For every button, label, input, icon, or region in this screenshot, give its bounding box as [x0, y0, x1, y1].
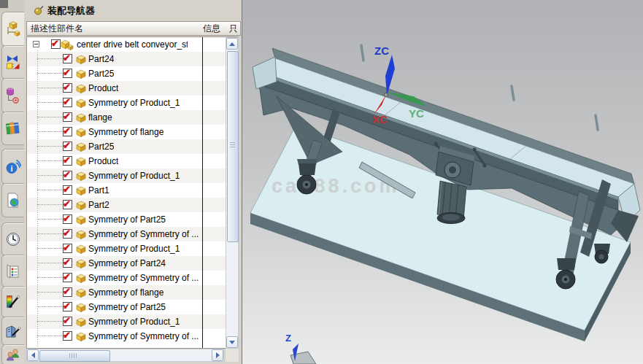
rainbow-wand-icon	[5, 294, 21, 310]
column-header-info[interactable]: 信息	[199, 21, 226, 36]
tab-palette[interactable]	[1, 255, 24, 287]
row-checkbox[interactable]	[63, 273, 72, 282]
horizontal-scroll-thumb[interactable]	[39, 350, 110, 362]
tree-root-row[interactable]: center drive belt conveyor_stp	[27, 37, 238, 52]
root-label[interactable]: center drive belt conveyor_stp	[77, 37, 188, 52]
row-label[interactable]: Product	[88, 154, 118, 169]
tab-reuse-library[interactable]	[1, 112, 24, 145]
html-document-icon	[6, 193, 20, 209]
row-label[interactable]: Part24	[88, 52, 114, 66]
tree-row[interactable]: Symmetry of Product_1	[27, 314, 238, 329]
tree-row[interactable]: Symmetry of flange	[27, 285, 238, 300]
row-checkbox[interactable]	[63, 185, 72, 195]
row-label[interactable]: Symmetry of Part24	[88, 256, 166, 271]
tree-row[interactable]: Part24	[27, 52, 238, 66]
tab-web-browser[interactable]: i	[1, 149, 24, 185]
row-checkbox[interactable]	[63, 171, 72, 180]
scroll-up-button[interactable]	[226, 38, 238, 50]
tree-row[interactable]: Symmetry of Symmetry of ...	[27, 271, 238, 285]
column-header-readonly[interactable]: 只	[226, 21, 241, 36]
tab-roles[interactable]	[1, 344, 24, 364]
tree-row[interactable]: Symmetry of Part24	[27, 256, 238, 271]
row-label[interactable]: Symmetry of Part25	[88, 300, 166, 314]
tab-visual-effects[interactable]	[1, 286, 24, 318]
row-checkbox[interactable]	[63, 69, 72, 78]
tree-row[interactable]: Symmetry of Part25	[27, 212, 238, 227]
scroll-down-button[interactable]	[226, 336, 238, 348]
row-checkbox[interactable]	[63, 112, 72, 122]
root-checkbox[interactable]	[51, 39, 61, 49]
part-cube-icon	[76, 258, 86, 271]
row-label[interactable]: Symmetry of flange	[88, 125, 163, 139]
row-checkbox[interactable]	[63, 258, 72, 268]
tree-row[interactable]: Symmetry of Product_1	[27, 241, 238, 256]
row-label[interactable]: Symmetry of Symmetry of ...	[88, 271, 199, 285]
row-label[interactable]: Part1	[88, 183, 109, 198]
row-label[interactable]: Symmetry of Product_1	[88, 96, 180, 110]
row-checkbox[interactable]	[63, 98, 72, 107]
row-label[interactable]: Symmetry of Product_1	[88, 169, 180, 183]
row-label[interactable]: Product	[88, 81, 118, 96]
tree-row[interactable]: Symmetry of Symmetry of ...	[27, 227, 238, 241]
scroll-left-button[interactable]	[27, 349, 39, 361]
tree-row[interactable]: Symmetry of Symmetry of ...	[27, 329, 238, 344]
row-label[interactable]: flange	[88, 110, 112, 125]
row-checkbox[interactable]	[63, 302, 72, 311]
row-label[interactable]: Part2	[88, 198, 109, 212]
wcs-origin[interactable]	[385, 93, 388, 97]
part-cube-icon	[76, 214, 86, 228]
graphics-viewport[interactable]: cad88.com	[242, 0, 643, 364]
row-label[interactable]: Symmetry of Part25	[88, 212, 166, 227]
row-checkbox[interactable]	[63, 127, 72, 136]
tree-row[interactable]: Part25	[27, 139, 238, 154]
tree-row[interactable]: Symmetry of flange	[27, 125, 238, 139]
row-label[interactable]: Symmetry of flange	[88, 285, 163, 300]
row-checkbox[interactable]	[63, 287, 72, 297]
column-header-name[interactable]: 描述性部件名	[26, 21, 200, 36]
row-checkbox[interactable]	[63, 83, 72, 93]
row-label[interactable]: Part25	[88, 66, 114, 81]
tab-scene-effects[interactable]	[1, 317, 24, 346]
row-checkbox[interactable]	[63, 156, 72, 166]
row-label[interactable]: Part25	[88, 139, 114, 154]
part-cube-icon	[76, 229, 86, 242]
row-checkbox[interactable]	[63, 317, 72, 326]
row-checkbox[interactable]	[63, 229, 72, 239]
tree-row[interactable]: Product	[27, 81, 238, 96]
panel-title-bar: 装配导航器	[24, 0, 242, 20]
row-label[interactable]: Symmetry of Product_1	[88, 314, 180, 329]
collapse-icon[interactable]	[33, 41, 39, 47]
row-checkbox[interactable]	[63, 214, 72, 224]
tree-row[interactable]: Symmetry of Part25	[27, 300, 238, 314]
scroll-right-button[interactable]	[212, 349, 223, 361]
row-label[interactable]: Symmetry of Symmetry of ...	[88, 227, 199, 241]
row-label[interactable]: Symmetry of Product_1	[88, 241, 180, 256]
horizontal-scrollbar[interactable]	[26, 349, 224, 362]
vertical-scroll-thumb[interactable]	[227, 51, 239, 242]
roles-people-icon	[5, 347, 21, 363]
row-label[interactable]: Symmetry of Symmetry of ...	[88, 329, 199, 344]
vertical-scrollbar[interactable]	[226, 37, 239, 349]
row-checkbox[interactable]	[63, 142, 72, 151]
tree-row[interactable]: Product	[27, 154, 238, 169]
tab-constraint-navigator[interactable]	[1, 45, 24, 80]
tree-row[interactable]: Part1	[27, 183, 238, 198]
tree-row[interactable]: Part2	[27, 198, 238, 212]
tab-part-navigator[interactable]	[1, 78, 24, 113]
row-checkbox[interactable]	[63, 244, 72, 253]
tab-history[interactable]	[1, 222, 24, 256]
row-checkbox[interactable]	[63, 331, 72, 341]
tree-row[interactable]: Symmetry of Product_1	[27, 96, 238, 110]
part-cube-icon	[76, 171, 86, 184]
panel-title: 装配导航器	[47, 4, 95, 18]
tab-assembly-navigator[interactable]	[1, 12, 24, 47]
row-checkbox[interactable]	[63, 54, 72, 63]
column-divider-line	[202, 37, 203, 348]
part-cube-icon	[76, 331, 86, 344]
row-checkbox[interactable]	[63, 200, 72, 209]
tree-row[interactable]: Symmetry of Product_1	[27, 169, 238, 183]
tree-row[interactable]: flange	[27, 110, 238, 125]
tab-html-document[interactable]	[1, 183, 24, 217]
tree-row[interactable]: Part25	[27, 66, 238, 81]
conveyor-model: cad88.com	[242, 0, 643, 364]
